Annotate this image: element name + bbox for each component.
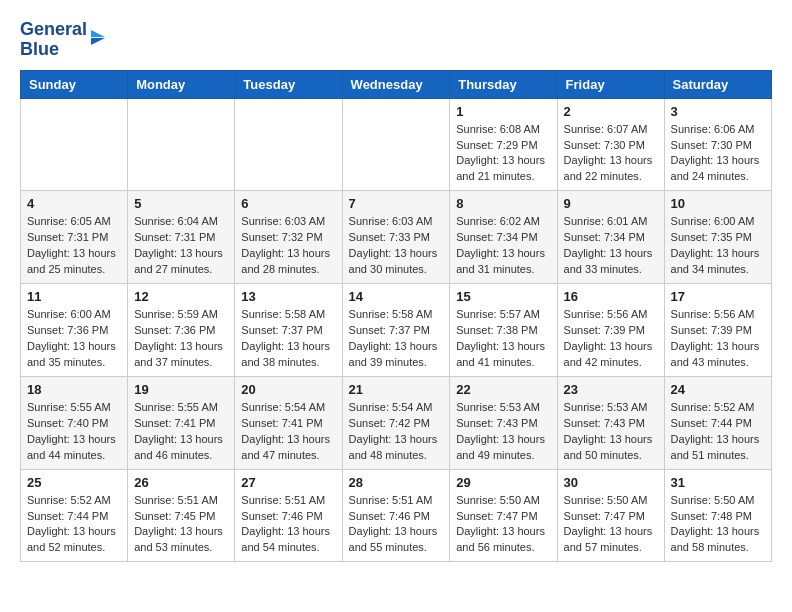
day-number: 6 xyxy=(241,196,335,211)
day-info: Sunrise: 5:52 AM Sunset: 7:44 PM Dayligh… xyxy=(671,400,765,464)
day-number: 5 xyxy=(134,196,228,211)
day-info: Sunrise: 5:51 AM Sunset: 7:46 PM Dayligh… xyxy=(349,493,444,557)
day-info: Sunrise: 5:59 AM Sunset: 7:36 PM Dayligh… xyxy=(134,307,228,371)
weekday-header-wednesday: Wednesday xyxy=(342,70,450,98)
day-info: Sunrise: 6:08 AM Sunset: 7:29 PM Dayligh… xyxy=(456,122,550,186)
day-number: 25 xyxy=(27,475,121,490)
day-number: 27 xyxy=(241,475,335,490)
day-info: Sunrise: 6:02 AM Sunset: 7:34 PM Dayligh… xyxy=(456,214,550,278)
calendar-cell: 3Sunrise: 6:06 AM Sunset: 7:30 PM Daylig… xyxy=(664,98,771,191)
day-info: Sunrise: 5:51 AM Sunset: 7:46 PM Dayligh… xyxy=(241,493,335,557)
day-info: Sunrise: 6:00 AM Sunset: 7:36 PM Dayligh… xyxy=(27,307,121,371)
calendar-week-4: 18Sunrise: 5:55 AM Sunset: 7:40 PM Dayli… xyxy=(21,376,772,469)
day-number: 8 xyxy=(456,196,550,211)
day-number: 3 xyxy=(671,104,765,119)
day-number: 29 xyxy=(456,475,550,490)
day-number: 20 xyxy=(241,382,335,397)
calendar-cell: 15Sunrise: 5:57 AM Sunset: 7:38 PM Dayli… xyxy=(450,284,557,377)
day-info: Sunrise: 5:55 AM Sunset: 7:41 PM Dayligh… xyxy=(134,400,228,464)
day-info: Sunrise: 6:00 AM Sunset: 7:35 PM Dayligh… xyxy=(671,214,765,278)
day-info: Sunrise: 6:07 AM Sunset: 7:30 PM Dayligh… xyxy=(564,122,658,186)
calendar-cell: 29Sunrise: 5:50 AM Sunset: 7:47 PM Dayli… xyxy=(450,469,557,562)
day-number: 1 xyxy=(456,104,550,119)
calendar-cell: 8Sunrise: 6:02 AM Sunset: 7:34 PM Daylig… xyxy=(450,191,557,284)
calendar-table: SundayMondayTuesdayWednesdayThursdayFrid… xyxy=(20,70,772,563)
day-info: Sunrise: 5:53 AM Sunset: 7:43 PM Dayligh… xyxy=(564,400,658,464)
calendar-cell: 27Sunrise: 5:51 AM Sunset: 7:46 PM Dayli… xyxy=(235,469,342,562)
day-number: 7 xyxy=(349,196,444,211)
calendar-cell: 24Sunrise: 5:52 AM Sunset: 7:44 PM Dayli… xyxy=(664,376,771,469)
day-info: Sunrise: 6:01 AM Sunset: 7:34 PM Dayligh… xyxy=(564,214,658,278)
calendar-cell xyxy=(235,98,342,191)
calendar-cell: 17Sunrise: 5:56 AM Sunset: 7:39 PM Dayli… xyxy=(664,284,771,377)
day-number: 21 xyxy=(349,382,444,397)
calendar-cell: 1Sunrise: 6:08 AM Sunset: 7:29 PM Daylig… xyxy=(450,98,557,191)
day-info: Sunrise: 5:56 AM Sunset: 7:39 PM Dayligh… xyxy=(671,307,765,371)
weekday-header-saturday: Saturday xyxy=(664,70,771,98)
day-info: Sunrise: 5:55 AM Sunset: 7:40 PM Dayligh… xyxy=(27,400,121,464)
day-number: 24 xyxy=(671,382,765,397)
day-number: 10 xyxy=(671,196,765,211)
calendar-cell: 25Sunrise: 5:52 AM Sunset: 7:44 PM Dayli… xyxy=(21,469,128,562)
day-info: Sunrise: 5:50 AM Sunset: 7:47 PM Dayligh… xyxy=(456,493,550,557)
calendar-week-3: 11Sunrise: 6:00 AM Sunset: 7:36 PM Dayli… xyxy=(21,284,772,377)
day-info: Sunrise: 5:58 AM Sunset: 7:37 PM Dayligh… xyxy=(241,307,335,371)
page-header: GeneralBlue xyxy=(20,20,772,60)
day-number: 31 xyxy=(671,475,765,490)
day-info: Sunrise: 6:05 AM Sunset: 7:31 PM Dayligh… xyxy=(27,214,121,278)
day-number: 26 xyxy=(134,475,228,490)
calendar-cell: 11Sunrise: 6:00 AM Sunset: 7:36 PM Dayli… xyxy=(21,284,128,377)
day-number: 15 xyxy=(456,289,550,304)
day-info: Sunrise: 5:57 AM Sunset: 7:38 PM Dayligh… xyxy=(456,307,550,371)
day-info: Sunrise: 6:03 AM Sunset: 7:32 PM Dayligh… xyxy=(241,214,335,278)
calendar-cell: 23Sunrise: 5:53 AM Sunset: 7:43 PM Dayli… xyxy=(557,376,664,469)
logo-arrow-top xyxy=(91,30,105,37)
day-info: Sunrise: 6:06 AM Sunset: 7:30 PM Dayligh… xyxy=(671,122,765,186)
calendar-cell: 2Sunrise: 6:07 AM Sunset: 7:30 PM Daylig… xyxy=(557,98,664,191)
day-number: 11 xyxy=(27,289,121,304)
day-number: 12 xyxy=(134,289,228,304)
calendar-cell: 10Sunrise: 6:00 AM Sunset: 7:35 PM Dayli… xyxy=(664,191,771,284)
logo-text: GeneralBlue xyxy=(20,20,87,60)
day-number: 4 xyxy=(27,196,121,211)
day-info: Sunrise: 5:50 AM Sunset: 7:48 PM Dayligh… xyxy=(671,493,765,557)
weekday-header-tuesday: Tuesday xyxy=(235,70,342,98)
day-info: Sunrise: 5:51 AM Sunset: 7:45 PM Dayligh… xyxy=(134,493,228,557)
day-info: Sunrise: 5:56 AM Sunset: 7:39 PM Dayligh… xyxy=(564,307,658,371)
day-number: 9 xyxy=(564,196,658,211)
calendar-cell: 31Sunrise: 5:50 AM Sunset: 7:48 PM Dayli… xyxy=(664,469,771,562)
logo-arrow-bottom xyxy=(91,38,105,45)
day-info: Sunrise: 6:04 AM Sunset: 7:31 PM Dayligh… xyxy=(134,214,228,278)
day-info: Sunrise: 5:58 AM Sunset: 7:37 PM Dayligh… xyxy=(349,307,444,371)
calendar-cell xyxy=(21,98,128,191)
day-info: Sunrise: 5:53 AM Sunset: 7:43 PM Dayligh… xyxy=(456,400,550,464)
weekday-header-monday: Monday xyxy=(128,70,235,98)
calendar-week-5: 25Sunrise: 5:52 AM Sunset: 7:44 PM Dayli… xyxy=(21,469,772,562)
calendar-cell: 12Sunrise: 5:59 AM Sunset: 7:36 PM Dayli… xyxy=(128,284,235,377)
day-number: 16 xyxy=(564,289,658,304)
calendar-cell xyxy=(342,98,450,191)
weekday-header-thursday: Thursday xyxy=(450,70,557,98)
day-number: 18 xyxy=(27,382,121,397)
day-info: Sunrise: 6:03 AM Sunset: 7:33 PM Dayligh… xyxy=(349,214,444,278)
day-number: 17 xyxy=(671,289,765,304)
weekday-header-sunday: Sunday xyxy=(21,70,128,98)
day-info: Sunrise: 5:54 AM Sunset: 7:41 PM Dayligh… xyxy=(241,400,335,464)
day-number: 19 xyxy=(134,382,228,397)
calendar-cell: 26Sunrise: 5:51 AM Sunset: 7:45 PM Dayli… xyxy=(128,469,235,562)
calendar-cell: 4Sunrise: 6:05 AM Sunset: 7:31 PM Daylig… xyxy=(21,191,128,284)
calendar-cell xyxy=(128,98,235,191)
calendar-cell: 18Sunrise: 5:55 AM Sunset: 7:40 PM Dayli… xyxy=(21,376,128,469)
day-info: Sunrise: 5:50 AM Sunset: 7:47 PM Dayligh… xyxy=(564,493,658,557)
calendar-cell: 13Sunrise: 5:58 AM Sunset: 7:37 PM Dayli… xyxy=(235,284,342,377)
logo: GeneralBlue xyxy=(20,20,105,60)
calendar-cell: 22Sunrise: 5:53 AM Sunset: 7:43 PM Dayli… xyxy=(450,376,557,469)
calendar-cell: 21Sunrise: 5:54 AM Sunset: 7:42 PM Dayli… xyxy=(342,376,450,469)
day-info: Sunrise: 5:54 AM Sunset: 7:42 PM Dayligh… xyxy=(349,400,444,464)
calendar-cell: 28Sunrise: 5:51 AM Sunset: 7:46 PM Dayli… xyxy=(342,469,450,562)
calendar-week-2: 4Sunrise: 6:05 AM Sunset: 7:31 PM Daylig… xyxy=(21,191,772,284)
calendar-header-row: SundayMondayTuesdayWednesdayThursdayFrid… xyxy=(21,70,772,98)
calendar-cell: 5Sunrise: 6:04 AM Sunset: 7:31 PM Daylig… xyxy=(128,191,235,284)
day-info: Sunrise: 5:52 AM Sunset: 7:44 PM Dayligh… xyxy=(27,493,121,557)
calendar-cell: 30Sunrise: 5:50 AM Sunset: 7:47 PM Dayli… xyxy=(557,469,664,562)
